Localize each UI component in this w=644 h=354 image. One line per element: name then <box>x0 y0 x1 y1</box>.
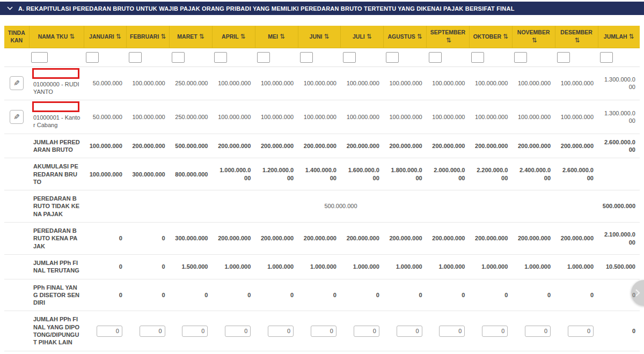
column-header-jumlah[interactable]: JUMLAH⇅ <box>598 26 640 48</box>
column-header-label: MARET <box>177 33 197 40</box>
filter-input-november[interactable] <box>514 52 527 63</box>
column-header-oktober[interactable]: OKTOBER⇅ <box>469 26 512 48</box>
pph-dipotong-input[interactable] <box>225 326 251 337</box>
filter-input-februari[interactable] <box>129 52 142 63</box>
filter-input-agustus[interactable] <box>386 52 399 63</box>
filter-input-nama-tku[interactable] <box>31 52 48 63</box>
month-value-cell: 1.000.000 <box>555 351 598 354</box>
filter-input-juli[interactable] <box>343 52 356 63</box>
column-header-juli[interactable]: JULI⇅ <box>341 26 384 48</box>
filter-input-april[interactable] <box>214 52 227 63</box>
month-value-cell: 100.000.000 <box>255 67 298 100</box>
pph-dipotong-input[interactable] <box>354 326 379 337</box>
row-total-cell <box>598 158 640 190</box>
column-header-mei[interactable]: MEI⇅ <box>255 26 298 48</box>
sort-icon[interactable]: ⇅ <box>199 33 204 40</box>
column-header-september[interactable]: SEPTEMBER⇅ <box>427 26 470 48</box>
column-header-juni[interactable]: JUNI⇅ <box>298 26 341 48</box>
filter-input-september[interactable] <box>429 52 442 63</box>
month-value-cell: 100.000.000 <box>212 67 255 100</box>
column-header-november[interactable]: NOVEMBER⇅ <box>512 26 555 48</box>
month-value-cell: 1.500.000 <box>170 351 213 354</box>
pph-dipotong-input[interactable] <box>397 326 422 337</box>
table-row-01000000-rudiyanto: ✎01000000 - RUDIYANTO50.000.000100.000.0… <box>4 67 640 100</box>
month-value-cell: 200.000.000 <box>469 134 512 158</box>
month-value-cell: 100.000.000 <box>469 67 512 100</box>
month-value-cell: 1.000.000 <box>255 351 298 354</box>
month-value-cell: 0 <box>84 223 127 255</box>
sort-icon[interactable]: ⇅ <box>575 36 580 44</box>
month-value-cell <box>555 311 598 351</box>
sort-icon[interactable]: ⇅ <box>446 36 451 44</box>
month-value-cell: 100.000.000 <box>84 134 127 158</box>
row-label: 01000001 - Kantor Cabang <box>33 114 80 129</box>
month-value-cell: 500.000.000 <box>170 134 213 158</box>
pph-dipotong-input[interactable] <box>439 326 465 337</box>
column-header-maret[interactable]: MARET⇅ <box>170 26 213 48</box>
table-row-pph-final-yang-disetor-sendiri: PPh FINAL YANG DISETOR SENDIRI0000000000… <box>4 279 640 311</box>
sort-icon[interactable]: ⇅ <box>280 33 285 40</box>
chevron-right-icon <box>635 289 640 297</box>
sort-icon[interactable]: ⇅ <box>324 33 329 40</box>
month-value-cell <box>212 311 255 351</box>
filter-input-jumlah[interactable] <box>600 52 613 63</box>
sort-icon[interactable]: ⇅ <box>367 33 372 40</box>
month-value-cell: 1.400.000.000 <box>298 158 341 190</box>
column-header-label: APRIL <box>222 33 239 40</box>
month-value-cell: 100.000.000 <box>127 67 170 100</box>
filter-input-maret[interactable] <box>172 52 185 63</box>
month-value-cell: 1.000.000 <box>298 254 341 279</box>
filter-input-juni[interactable] <box>300 52 313 63</box>
pph-dipotong-input[interactable] <box>568 326 594 337</box>
sort-icon[interactable]: ⇅ <box>532 36 537 44</box>
pph-dipotong-input[interactable] <box>97 326 122 337</box>
month-value-cell: 250.000.000 <box>170 100 213 134</box>
table-filter-row <box>4 48 640 67</box>
sort-icon[interactable]: ⇅ <box>629 33 634 40</box>
filter-cell-jumlah <box>598 48 640 67</box>
month-value-cell: 1.000.000 <box>384 351 427 354</box>
filter-cell-februari <box>127 48 170 67</box>
column-header-april[interactable]: APRIL⇅ <box>212 26 255 48</box>
column-header-januari[interactable]: JANUARI⇅ <box>84 26 127 48</box>
filter-input-januari[interactable] <box>86 52 99 63</box>
column-header-februari[interactable]: FEBRUARI⇅ <box>127 26 170 48</box>
pph-dipotong-input[interactable] <box>140 326 165 337</box>
filter-input-oktober[interactable] <box>471 52 484 63</box>
column-header-label: JANUARI <box>89 33 114 40</box>
month-value-cell: 0 <box>255 279 298 311</box>
sort-icon[interactable]: ⇅ <box>69 33 75 40</box>
month-value-cell <box>170 311 213 351</box>
month-value-cell: 50.000.000 <box>84 67 127 100</box>
row-label-cell: PEREDARAN BRUTO TIDAK KENA PAJAK <box>29 190 84 223</box>
row-total-cell: 2.600.000.000 <box>598 134 640 158</box>
column-header-nama-tku[interactable]: NAMA TKU⇅ <box>29 26 84 48</box>
pph-dipotong-input[interactable] <box>311 326 336 337</box>
column-header-label: FEBRUARI <box>130 33 159 40</box>
sort-icon[interactable]: ⇅ <box>417 33 422 40</box>
month-value-cell <box>512 311 555 351</box>
row-label-cell: AKUMULASI PEREDARAN BRUTO <box>29 158 84 190</box>
sort-icon[interactable]: ⇅ <box>240 33 246 40</box>
month-value-cell: 200.000.000 <box>512 223 555 255</box>
month-value-cell: 0 <box>127 223 170 255</box>
sort-icon[interactable]: ⇅ <box>503 33 508 40</box>
edit-row-button[interactable]: ✎ <box>10 76 24 90</box>
pph-dipotong-input[interactable] <box>482 326 508 337</box>
pph-dipotong-input[interactable] <box>182 326 208 337</box>
filter-cell-januari <box>84 48 127 67</box>
filter-input-mei[interactable] <box>257 52 270 63</box>
collapse-chevron-icon[interactable] <box>7 6 13 10</box>
pph-dipotong-input[interactable] <box>268 326 294 337</box>
month-value-cell: 1.000.000 <box>512 254 555 279</box>
sort-icon[interactable]: ⇅ <box>116 33 121 40</box>
filter-input-desember[interactable] <box>557 52 570 63</box>
row-total-cell: 1.300.000.000 <box>598 100 640 134</box>
column-header-agustus[interactable]: AGUSTUS⇅ <box>384 26 427 48</box>
column-header-desember[interactable]: DESEMBER⇅ <box>555 26 598 48</box>
month-value-cell: 100.000.000 <box>427 100 470 134</box>
month-value-cell: 100.000.000 <box>127 100 170 134</box>
pph-dipotong-input[interactable] <box>525 326 551 337</box>
edit-row-button[interactable]: ✎ <box>10 110 24 124</box>
sort-icon[interactable]: ⇅ <box>160 33 166 40</box>
